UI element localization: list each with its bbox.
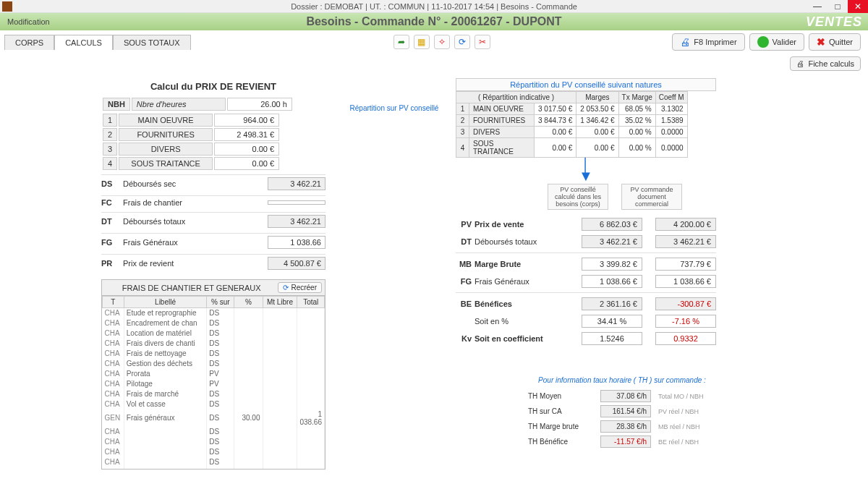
- cost-row-value[interactable]: 2 498.31 €: [214, 128, 279, 141]
- frais-pc[interactable]: [234, 359, 263, 369]
- frais-libelle[interactable]: Pilotage: [124, 379, 207, 389]
- frais-pc[interactable]: [234, 318, 263, 328]
- print-button[interactable]: 🖨F8 Imprimer: [672, 33, 744, 51]
- frais-pcsur[interactable]: PV: [207, 379, 234, 389]
- frais-libelle[interactable]: Frais de marché: [124, 389, 207, 399]
- recreer-button[interactable]: ⟳Recréer: [278, 282, 322, 293]
- frais-libelle[interactable]: Location de matériel: [124, 328, 207, 339]
- close-button[interactable]: ✕: [848, 0, 868, 13]
- frais-mtlibre[interactable]: [263, 379, 297, 389]
- tab-corps[interactable]: CORPS: [4, 35, 54, 50]
- frais-total[interactable]: [297, 359, 325, 369]
- sparkle-icon[interactable]: ✧: [434, 35, 450, 49]
- frais-pc[interactable]: [234, 308, 263, 318]
- frais-mtlibre[interactable]: [263, 328, 297, 339]
- summary-value[interactable]: [268, 200, 326, 205]
- frais-mtlibre[interactable]: [263, 369, 297, 379]
- frais-total[interactable]: [297, 318, 325, 328]
- summary-value[interactable]: 3 462.21: [268, 215, 326, 228]
- frais-mtlibre[interactable]: [263, 359, 297, 369]
- frais-pcsur[interactable]: PV: [207, 369, 234, 379]
- frais-mtlibre[interactable]: [263, 437, 297, 447]
- frais-libelle[interactable]: [124, 447, 207, 457]
- cost-row-value[interactable]: 964.00 €: [214, 114, 279, 127]
- frais-pcsur[interactable]: DS: [207, 399, 234, 409]
- frais-pc[interactable]: [234, 457, 263, 467]
- frais-pc[interactable]: 30.00: [234, 409, 263, 427]
- frais-libelle[interactable]: Frais généraux: [124, 409, 207, 427]
- frais-pc[interactable]: [234, 467, 263, 470]
- frais-libelle[interactable]: [124, 467, 207, 470]
- frais-libelle[interactable]: Frais de nettoyage: [124, 349, 207, 359]
- frais-libelle[interactable]: Prorata: [124, 369, 207, 379]
- frais-type[interactable]: CHA: [103, 389, 124, 399]
- frais-type[interactable]: CHA: [103, 369, 124, 379]
- frais-pcsur[interactable]: DS: [207, 409, 234, 427]
- tab-calculs[interactable]: CALCULS: [54, 35, 113, 50]
- frais-libelle[interactable]: Frais divers de chanti: [124, 339, 207, 349]
- frais-type[interactable]: CHA: [103, 467, 124, 470]
- forward-icon[interactable]: ➦: [393, 35, 409, 49]
- frais-mtlibre[interactable]: [263, 467, 297, 470]
- refresh-icon[interactable]: ⟳: [454, 35, 470, 49]
- frais-pc[interactable]: [234, 349, 263, 359]
- frais-total[interactable]: [297, 389, 325, 399]
- frais-pcsur[interactable]: DS: [207, 339, 234, 349]
- frais-mtlibre[interactable]: [263, 399, 297, 409]
- repartition-link[interactable]: Répartition sur PV conseillé: [340, 85, 448, 112]
- frais-type[interactable]: CHA: [103, 359, 124, 369]
- col-pcsur[interactable]: % sur: [207, 297, 234, 308]
- frais-pcsur[interactable]: DS: [207, 308, 234, 318]
- frais-pc[interactable]: [234, 369, 263, 379]
- frais-total[interactable]: [297, 427, 325, 437]
- frais-total[interactable]: [297, 308, 325, 318]
- fiche-calculs-button[interactable]: 🖨Fiche calculs: [790, 56, 861, 71]
- frais-pcsur[interactable]: DS: [207, 427, 234, 437]
- frais-pcsur[interactable]: DS: [207, 359, 234, 369]
- frais-total[interactable]: [297, 437, 325, 447]
- frais-mtlibre[interactable]: [263, 349, 297, 359]
- cost-row-value[interactable]: 0.00 €: [214, 157, 279, 170]
- frais-type[interactable]: CHA: [103, 318, 124, 328]
- minimize-button[interactable]: —: [807, 0, 827, 13]
- frais-libelle[interactable]: [124, 427, 207, 437]
- frais-total[interactable]: [297, 467, 325, 470]
- frais-type[interactable]: CHA: [103, 437, 124, 447]
- grid-icon[interactable]: ▦: [414, 35, 430, 49]
- frais-pcsur[interactable]: DS: [207, 349, 234, 359]
- frais-pcsur[interactable]: DS: [207, 457, 234, 467]
- frais-libelle[interactable]: [124, 457, 207, 467]
- frais-pc[interactable]: [234, 447, 263, 457]
- frais-pcsur[interactable]: DS: [207, 447, 234, 457]
- summary-value[interactable]: 3 462.21: [268, 177, 326, 190]
- frais-total[interactable]: [297, 399, 325, 409]
- frais-pcsur[interactable]: DS: [207, 318, 234, 328]
- frais-total[interactable]: [297, 369, 325, 379]
- frais-mtlibre[interactable]: [263, 339, 297, 349]
- tab-sous-totaux[interactable]: SOUS TOTAUX: [113, 35, 191, 50]
- frais-pc[interactable]: [234, 379, 263, 389]
- frais-pcsur[interactable]: DS: [207, 467, 234, 470]
- frais-type[interactable]: CHA: [103, 447, 124, 457]
- frais-pcsur[interactable]: DS: [207, 389, 234, 399]
- frais-grid[interactable]: T Libellé % sur % Mt Libre Total CHAEtud…: [101, 296, 326, 470]
- summary-value[interactable]: 4 500.87 €: [268, 257, 326, 270]
- col-pc[interactable]: %: [234, 297, 263, 308]
- frais-type[interactable]: CHA: [103, 328, 124, 339]
- nbh-value[interactable]: 26.00 h: [227, 98, 292, 111]
- frais-pcsur[interactable]: DS: [207, 328, 234, 339]
- frais-libelle[interactable]: Vol et casse: [124, 399, 207, 409]
- frais-total[interactable]: [297, 379, 325, 389]
- summary-value[interactable]: 1 038.66: [268, 236, 326, 249]
- frais-pcsur[interactable]: DS: [207, 437, 234, 447]
- quit-button[interactable]: ✖Quitter: [809, 33, 861, 51]
- frais-type[interactable]: CHA: [103, 349, 124, 359]
- cut-icon[interactable]: ✂: [475, 35, 490, 49]
- col-mtlibre[interactable]: Mt Libre: [263, 297, 297, 308]
- frais-type[interactable]: CHA: [103, 339, 124, 349]
- frais-pc[interactable]: [234, 427, 263, 437]
- frais-mtlibre[interactable]: [263, 409, 297, 427]
- frais-total[interactable]: [297, 457, 325, 467]
- maximize-button[interactable]: □: [827, 0, 848, 13]
- frais-libelle[interactable]: Encadrement de chan: [124, 318, 207, 328]
